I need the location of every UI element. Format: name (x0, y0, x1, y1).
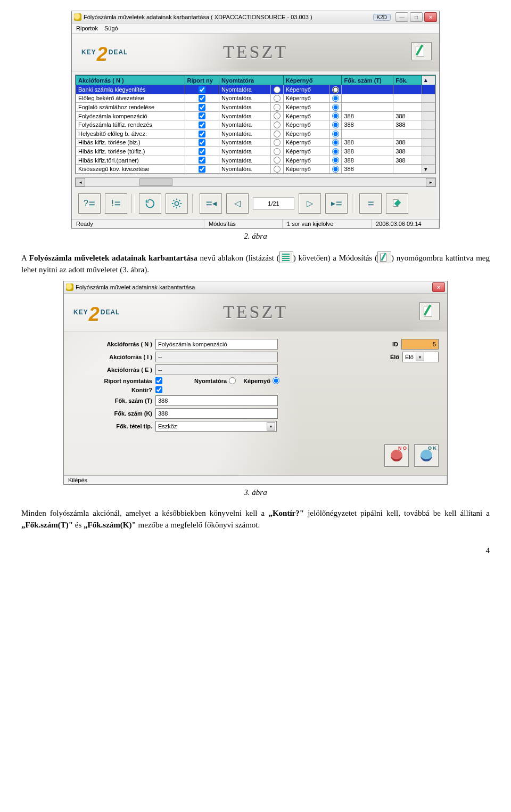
checkbox[interactable] (199, 121, 205, 128)
cell-riport[interactable] (185, 94, 219, 103)
table-row[interactable]: Előleg bekérő átvezetéseNyomtatóraKépern… (76, 94, 435, 103)
help-button[interactable]: ?≣ (78, 193, 101, 214)
table-row[interactable]: Hibás kifiz. törlése (biz.)NyomtatóraKép… (76, 138, 435, 147)
col-nyomtatora[interactable]: Nyomtatóra (219, 76, 284, 85)
table-row[interactable]: Kisösszegű köv. kivezetéseNyomtatóraKépe… (76, 165, 435, 174)
cell-printer-radio[interactable] (270, 129, 283, 138)
vscroll[interactable] (422, 94, 435, 103)
vscroll[interactable] (422, 103, 435, 112)
scroll-left-icon[interactable]: ◂ (76, 178, 85, 186)
cell-screen-radio[interactable] (329, 120, 342, 129)
radio[interactable] (274, 148, 281, 155)
checkbox[interactable] (199, 104, 205, 111)
cell-printer-radio[interactable] (270, 94, 283, 103)
radio[interactable] (274, 157, 281, 164)
field-fok-t[interactable]: 388 (155, 395, 278, 406)
close-button[interactable]: ✕ (432, 282, 445, 292)
radio[interactable] (332, 112, 339, 119)
cell-screen-radio[interactable] (329, 147, 342, 156)
vscroll[interactable] (422, 85, 435, 94)
radio[interactable] (332, 157, 339, 164)
last-button[interactable]: ▸≣ (325, 193, 348, 214)
cell-screen-radio[interactable] (329, 138, 342, 147)
radio[interactable] (274, 131, 281, 137)
table-row[interactable]: Helyesbítő előleg b. átvez.NyomtatóraKép… (76, 129, 435, 138)
edit-icon[interactable] (419, 302, 440, 320)
radio[interactable] (274, 139, 281, 146)
data-grid[interactable]: Akcióforrás ( N ) Riport ny Nyomtatóra K… (75, 75, 436, 174)
cell-riport[interactable] (185, 120, 219, 129)
vscroll[interactable] (422, 129, 435, 138)
table-row[interactable]: Foglaló számlához rendeléseNyomtatóraKép… (76, 103, 435, 112)
col-fokt[interactable]: Fők. szám (T) (342, 76, 393, 85)
table-row[interactable]: Folyószámla túlfiz. rendezésNyomtatóraKé… (76, 120, 435, 129)
table-row[interactable]: Hibás kifiz. törlése (túlfiz.)Nyomtatóra… (76, 147, 435, 156)
checkbox[interactable] (199, 112, 205, 119)
cell-printer-radio[interactable] (270, 85, 283, 94)
cell-riport[interactable] (185, 147, 219, 156)
vscroll[interactable] (422, 138, 435, 147)
edit-icon[interactable] (411, 42, 432, 60)
checkbox[interactable] (199, 86, 205, 93)
minimize-button[interactable]: — (395, 12, 408, 22)
radio[interactable] (332, 131, 339, 137)
col-akcioforras[interactable]: Akcióforrás ( N ) (76, 76, 185, 85)
maximize-button[interactable]: □ (410, 12, 423, 22)
scroll-right-icon[interactable]: ▸ (426, 178, 435, 186)
radio-screen[interactable] (273, 377, 279, 384)
radio[interactable] (274, 112, 281, 119)
field-fok-k[interactable]: 388 (155, 408, 278, 419)
titlebar[interactable]: Folyószámla művelet adatainak karbantart… (64, 281, 447, 294)
checkbox[interactable] (199, 166, 205, 173)
radio[interactable] (274, 86, 281, 93)
cell-printer-radio[interactable] (270, 138, 283, 147)
radio-printer[interactable] (229, 377, 236, 384)
cell-riport[interactable] (185, 103, 219, 112)
checkbox-kontir[interactable] (155, 386, 162, 393)
cell-riport[interactable] (185, 129, 219, 138)
vscroll[interactable] (422, 147, 435, 156)
table-row[interactable]: Hibás kifiz.törl.(partner)NyomtatóraKépe… (76, 156, 435, 165)
props-button[interactable] (166, 193, 188, 214)
vscroll[interactable] (422, 156, 435, 165)
radio[interactable] (332, 121, 339, 128)
cell-printer-radio[interactable] (270, 156, 283, 165)
table-row[interactable]: Folyószámla kompenzációNyomtatóraKéperny… (76, 111, 435, 120)
cell-riport[interactable] (185, 111, 219, 120)
radio[interactable] (332, 95, 339, 102)
select-tetel[interactable]: Eszköz▾ (155, 421, 277, 432)
checkbox-riport[interactable] (155, 377, 162, 384)
cell-screen-radio[interactable] (329, 111, 342, 120)
scroll-thumb[interactable] (139, 178, 172, 186)
menu-riportok[interactable]: Riportok (76, 25, 98, 31)
col-kepernyo[interactable]: Képernyő (283, 76, 342, 85)
vscroll[interactable] (422, 111, 435, 120)
radio[interactable] (332, 104, 339, 111)
first-button[interactable]: ≣◂ (200, 193, 222, 214)
col-fokk[interactable]: Fők. (393, 76, 422, 85)
radio[interactable] (274, 121, 281, 128)
ok-button[interactable]: O K (414, 444, 439, 467)
filter-button[interactable]: !≣ (105, 193, 127, 214)
radio[interactable] (274, 95, 281, 102)
radio[interactable] (332, 139, 339, 146)
select-elo[interactable]: Élő▾ (402, 352, 439, 362)
vscroll[interactable] (422, 120, 435, 129)
radio[interactable] (274, 104, 281, 111)
cell-screen-radio[interactable] (329, 129, 342, 138)
cell-printer-radio[interactable] (270, 147, 283, 156)
radio[interactable] (332, 148, 339, 155)
cell-riport[interactable] (185, 165, 219, 174)
cell-screen-radio[interactable] (329, 94, 342, 103)
checkbox[interactable] (199, 139, 205, 146)
cell-printer-radio[interactable] (270, 103, 283, 112)
cell-screen-radio[interactable] (329, 85, 342, 94)
prev-button[interactable]: ◁ (226, 193, 249, 214)
col-riport[interactable]: Riport ny (185, 76, 219, 85)
refresh-button[interactable] (139, 193, 161, 214)
radio[interactable] (274, 166, 281, 173)
cell-printer-radio[interactable] (270, 111, 283, 120)
cell-riport[interactable] (185, 138, 219, 147)
next-button[interactable]: ▷ (299, 193, 321, 214)
menu-sugo[interactable]: Súgó (104, 25, 118, 31)
